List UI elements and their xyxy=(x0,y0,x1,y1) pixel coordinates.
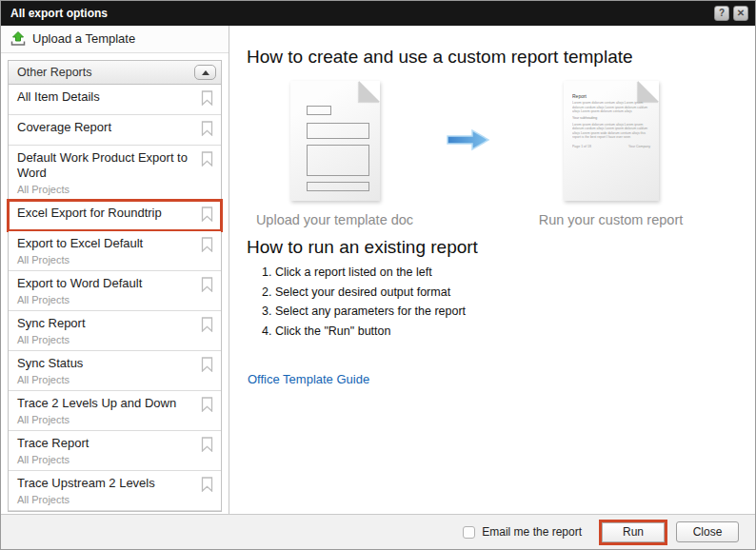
report-illustration-subheading: Your subheading xyxy=(572,116,653,120)
office-template-guide-link[interactable]: Office Template Guide xyxy=(248,372,369,386)
bookmark-icon[interactable] xyxy=(201,437,213,465)
bookmark-icon[interactable] xyxy=(201,151,213,195)
custom-report-heading: How to create and use a custom report te… xyxy=(247,47,736,68)
report-illustration-company: Your Company xyxy=(627,144,649,147)
report-item-label: Sync Status xyxy=(17,356,197,371)
report-illustration-page: Page 1 of 18 xyxy=(572,144,591,147)
bookmark-icon[interactable] xyxy=(201,277,213,305)
report-item-label: All Item Details xyxy=(17,89,197,105)
report-list-header: Other Reports xyxy=(9,61,221,85)
report-item-label: Export to Excel Default xyxy=(17,236,197,251)
report-list-item[interactable]: Export to Word Default All Projects xyxy=(9,271,221,311)
bookmark-icon[interactable] xyxy=(201,237,213,265)
report-item-scope: All Projects xyxy=(17,494,197,505)
template-doc-illustration xyxy=(290,81,380,201)
report-list-item[interactable]: Sync Report All Projects xyxy=(9,311,221,351)
dialog-titlebar: All export options ? ✕ xyxy=(1,1,755,26)
run-step: Click a report listed on the left xyxy=(275,265,736,279)
report-item-label: Coverage Report xyxy=(17,120,197,135)
run-step: Select any parameters for the report xyxy=(275,304,736,318)
bookmark-icon[interactable] xyxy=(201,397,213,425)
bookmark-icon[interactable] xyxy=(201,121,213,140)
report-illustration-para1: Lorem ipsem dolorum centum altojs Lorem … xyxy=(572,101,653,113)
report-item-scope: All Projects xyxy=(17,454,197,465)
report-item-label: Trace Report xyxy=(17,436,197,451)
run-button[interactable]: Run xyxy=(602,522,665,542)
bookmark-icon[interactable] xyxy=(201,477,213,505)
report-item-label: Excel Export for Roundtrip xyxy=(17,206,197,221)
bookmark-icon[interactable] xyxy=(201,317,213,345)
illustrations: Upload your template doc xyxy=(256,81,736,227)
blue-right-arrow-icon xyxy=(447,128,490,151)
help-icon[interactable]: ? xyxy=(714,6,729,21)
report-item-scope: All Projects xyxy=(17,254,197,265)
report-list-item[interactable]: All Item Details xyxy=(9,85,221,115)
run-caption: Run your custom report xyxy=(539,212,684,227)
run-button-highlight: Run xyxy=(599,520,667,545)
report-item-scope: All Projects xyxy=(17,414,197,425)
run-step: Click the "Run" button xyxy=(275,324,736,338)
report-list-item[interactable]: Export to Excel Default All Projects xyxy=(9,231,221,271)
report-item-scope: All Projects xyxy=(17,294,197,305)
upload-template-label: Upload a Template xyxy=(32,31,135,46)
export-options-dialog: All export options ? ✕ Upload a Template… xyxy=(0,0,756,550)
report-item-label: Default Work Product Export to Word xyxy=(17,150,197,181)
report-list-item[interactable]: Trace Upstream 2 Levels All Projects xyxy=(9,471,221,511)
run-steps-list: Click a report listed on the left Select… xyxy=(247,265,736,338)
existing-report-heading: How to run an existing report xyxy=(247,237,736,258)
report-item-label: Export to Word Default xyxy=(17,276,197,291)
report-illustration-para2: Lorem ipsem dolorum centum altojs Lorem … xyxy=(572,123,653,140)
report-item-scope: All Projects xyxy=(17,184,197,195)
report-list: Other Reports All Item Details xyxy=(8,60,222,512)
upload-arrow-icon xyxy=(10,31,26,46)
dialog-title: All export options xyxy=(10,7,710,20)
bookmark-icon[interactable] xyxy=(201,357,213,385)
run-step: Select your desired output format xyxy=(275,285,736,299)
reports-sidebar: Upload a Template Other Reports All Item… xyxy=(1,26,229,514)
dialog-footer: Email me the report Run Close xyxy=(1,514,755,549)
report-list-item[interactable]: Coverage Report xyxy=(9,115,221,146)
upload-template-button[interactable]: Upload a Template xyxy=(1,26,229,53)
bookmark-icon[interactable] xyxy=(201,90,213,109)
main-panel: How to create and use a custom report te… xyxy=(229,26,755,514)
email-report-checkbox[interactable] xyxy=(463,526,475,539)
bookmark-icon[interactable] xyxy=(201,206,213,226)
report-list-header-label: Other Reports xyxy=(17,66,92,79)
collapse-up-icon[interactable] xyxy=(194,65,216,80)
report-list-item[interactable]: Trace Report All Projects xyxy=(9,431,221,471)
upload-caption: Upload your template doc xyxy=(256,212,413,227)
report-item-label: Trace 2 Levels Up and Down xyxy=(17,396,197,411)
report-list-item[interactable]: Excel Export for Roundtrip xyxy=(9,201,221,231)
close-button[interactable]: Close xyxy=(676,521,739,542)
report-list-item[interactable]: Trace 2 Levels Up and Down All Projects xyxy=(9,391,221,431)
email-report-label[interactable]: Email me the report xyxy=(482,525,582,539)
report-doc-illustration: Report Lorem ipsem dolorum centum altojs… xyxy=(564,81,659,201)
report-list-item[interactable]: Default Work Product Export to Word All … xyxy=(9,146,221,201)
report-item-scope: All Projects xyxy=(17,334,197,345)
report-illustration-title: Report xyxy=(572,93,653,99)
close-icon[interactable]: ✕ xyxy=(733,6,748,21)
report-item-label: Sync Report xyxy=(17,316,197,331)
report-item-scope: All Projects xyxy=(17,374,197,385)
report-item-label: Trace Upstream 2 Levels xyxy=(17,476,197,491)
report-list-item[interactable]: Sync Status All Projects xyxy=(9,351,221,391)
